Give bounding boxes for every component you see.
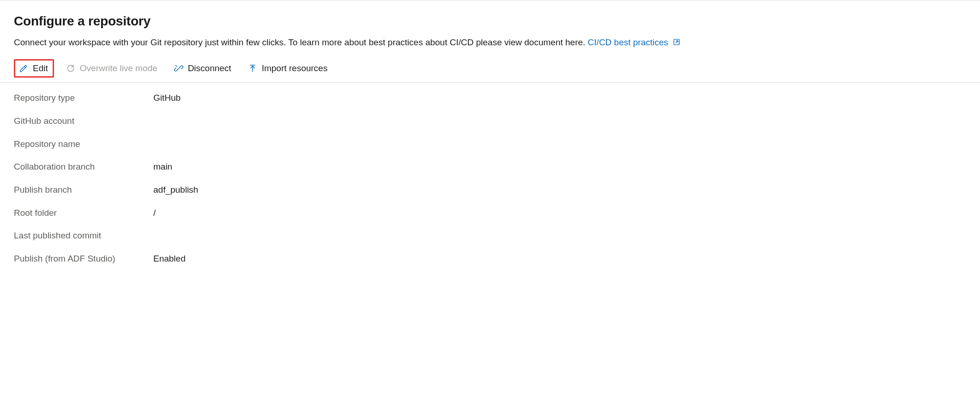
detail-value-github-account	[153, 115, 966, 127]
cicd-link-label: CI/CD best practices	[588, 37, 668, 47]
import-icon	[248, 64, 257, 73]
disconnect-button[interactable]: Disconnect	[170, 61, 236, 76]
detail-value-repository-name	[153, 138, 966, 150]
import-resources-button[interactable]: Import resources	[244, 61, 333, 76]
disconnect-label: Disconnect	[188, 63, 231, 73]
toolbar: Edit Overwrite live mode Disc	[0, 59, 980, 83]
detail-label: Collaboration branch	[14, 161, 151, 173]
detail-label: Publish branch	[14, 184, 151, 196]
detail-value-publish-adf: Enabled	[153, 253, 966, 265]
detail-value-repository-type: GitHub	[153, 92, 966, 104]
detail-label: GitHub account	[14, 115, 151, 127]
detail-value-root-folder: /	[153, 207, 966, 219]
external-link-icon	[672, 37, 681, 49]
overwrite-label: Overwrite live mode	[80, 63, 157, 73]
repository-details: Repository type GitHub GitHub account Re…	[14, 92, 966, 264]
edit-button[interactable]: Edit	[18, 61, 49, 75]
svg-line-3	[175, 66, 177, 67]
configure-repository-page: Configure a repository Connect your work…	[0, 0, 980, 283]
overwrite-live-mode-button[interactable]: Overwrite live mode	[62, 61, 162, 76]
detail-label: Publish (from ADF Studio)	[14, 253, 151, 265]
pencil-icon	[19, 64, 28, 73]
import-label: Import resources	[262, 63, 328, 73]
edit-highlight: Edit	[14, 59, 54, 78]
svg-line-2	[177, 67, 180, 70]
detail-value-last-commit	[153, 230, 966, 242]
edit-label: Edit	[33, 63, 48, 73]
disconnect-icon	[174, 64, 183, 73]
page-title: Configure a repository	[14, 12, 966, 30]
page-subtitle: Connect your workspace with your Git rep…	[14, 37, 585, 47]
detail-label: Repository type	[14, 92, 151, 104]
cicd-best-practices-link[interactable]: CI/CD best practices	[588, 37, 681, 47]
refresh-icon	[66, 64, 75, 73]
detail-value-publish-branch: adf_publish	[153, 184, 966, 196]
page-subtitle-row: Connect your workspace with your Git rep…	[14, 37, 966, 49]
detail-label: Last published commit	[14, 230, 151, 242]
detail-label: Root folder	[14, 207, 151, 219]
detail-label: Repository name	[14, 138, 151, 150]
detail-value-collab-branch: main	[153, 161, 966, 173]
